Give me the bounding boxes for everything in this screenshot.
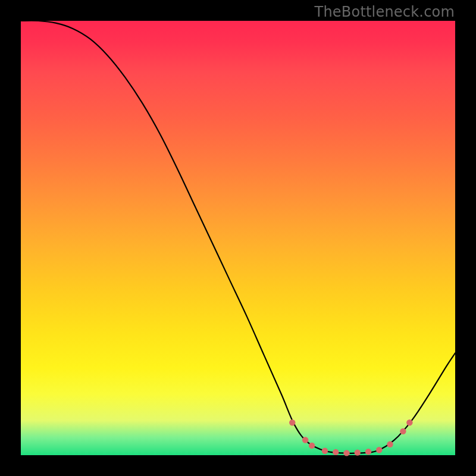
plot-area <box>21 21 455 455</box>
data-point <box>333 449 339 455</box>
data-point <box>302 437 308 443</box>
data-point <box>355 449 361 455</box>
data-point <box>376 447 382 453</box>
data-markers <box>289 419 413 456</box>
data-point <box>365 449 371 455</box>
watermark-text: TheBottleneck.com <box>315 4 455 20</box>
bottleneck-curve <box>21 21 455 453</box>
data-point <box>406 419 412 425</box>
data-point <box>289 419 295 425</box>
data-point <box>309 443 315 449</box>
data-point <box>387 441 393 447</box>
data-point <box>400 428 406 434</box>
data-point <box>322 448 328 454</box>
chart-canvas: TheBottleneck.com <box>0 0 476 476</box>
chart-svg <box>21 21 455 455</box>
data-point <box>343 450 349 456</box>
